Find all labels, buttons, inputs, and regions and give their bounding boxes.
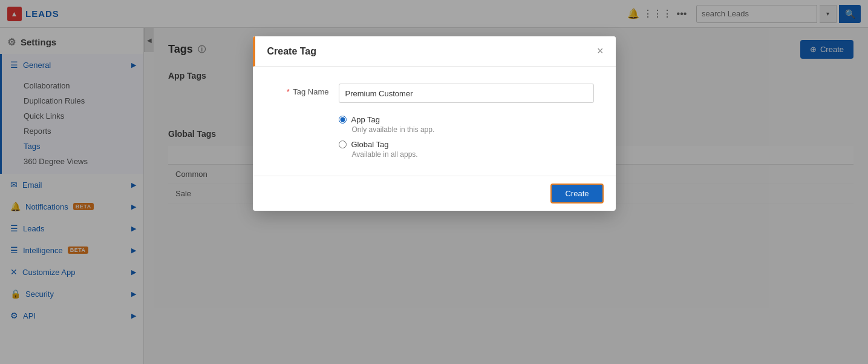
app-tag-option: App Tag Only available in this app. [339,115,594,134]
app-tag-label[interactable]: App Tag [339,115,594,124]
global-tag-radio[interactable] [339,141,347,148]
global-tag-label[interactable]: Global Tag [339,140,594,149]
tag-name-label: * Tag Name [275,84,329,96]
global-tag-option: Global Tag Available in all apps. [339,140,594,159]
modal-create-button[interactable]: Create [550,184,603,204]
create-tag-modal: Create Tag × * Tag Name App Tag Only ava… [253,36,616,211]
modal-header: Create Tag × [253,36,616,67]
modal-overlay: Create Tag × * Tag Name App Tag Only ava… [0,0,868,364]
modal-title: Create Tag [267,46,317,57]
tag-type-radio-group: App Tag Only available in this app. Glob… [339,115,594,159]
modal-body: * Tag Name App Tag Only available in thi… [253,67,616,176]
tag-name-input[interactable] [339,84,594,103]
modal-footer: Create [253,176,616,211]
app-tag-desc: Only available in this app. [352,125,594,134]
global-tag-desc: Available in all apps. [352,150,594,159]
modal-close-button[interactable]: × [597,45,604,58]
tag-name-row: * Tag Name [275,84,594,103]
app-tag-radio[interactable] [339,116,347,124]
